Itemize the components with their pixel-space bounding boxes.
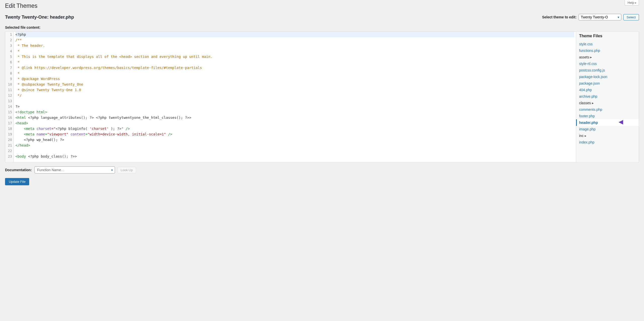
line-number: 11 bbox=[7, 87, 12, 93]
file-heading: Twenty Twenty-One: header.php bbox=[5, 15, 542, 20]
theme-file-item[interactable]: index.php bbox=[576, 139, 639, 146]
code-line[interactable]: * @package WordPress bbox=[15, 76, 574, 82]
theme-select[interactable]: Twenty Twenty-O bbox=[579, 14, 621, 20]
code-line[interactable]: <?php wp_head(); ?> bbox=[15, 137, 574, 142]
theme-file-item[interactable]: comments.php bbox=[576, 106, 639, 113]
line-number: 16 bbox=[7, 115, 12, 120]
line-number: 2 bbox=[7, 37, 12, 43]
line-number: 20 bbox=[7, 137, 12, 142]
line-number: 18 bbox=[7, 126, 12, 131]
line-number: 12 bbox=[7, 93, 12, 98]
theme-file-link[interactable]: 404.php bbox=[579, 88, 592, 92]
code-line[interactable]: * bbox=[15, 59, 574, 65]
theme-file-link[interactable]: package.json bbox=[579, 81, 600, 85]
theme-file-item[interactable]: assets bbox=[576, 54, 639, 60]
line-number: 7 bbox=[7, 65, 12, 70]
line-number: 9 bbox=[7, 76, 12, 82]
theme-file-link[interactable]: assets bbox=[579, 55, 589, 59]
code-line[interactable]: </head> bbox=[15, 142, 574, 148]
update-file-button[interactable]: Update File bbox=[5, 178, 29, 185]
theme-file-item[interactable]: image.php bbox=[576, 126, 639, 132]
code-editor[interactable]: 1234567891011121314151617181920212223 <?… bbox=[5, 31, 576, 162]
theme-file-link[interactable]: package-lock.json bbox=[579, 75, 607, 79]
code-line[interactable]: * @since Twenty Twenty-One 1.0 bbox=[15, 87, 574, 93]
line-number: 17 bbox=[7, 120, 12, 126]
line-number: 19 bbox=[7, 131, 12, 137]
code-line[interactable]: ?> bbox=[15, 104, 574, 109]
theme-file-link[interactable]: style-rtl.css bbox=[579, 62, 597, 66]
line-number: 23 bbox=[7, 154, 12, 159]
code-line[interactable]: * bbox=[15, 70, 574, 76]
theme-file-item[interactable]: package.json bbox=[576, 80, 639, 87]
page-title: Edit Themes bbox=[5, 3, 639, 9]
line-number: 5 bbox=[7, 54, 12, 59]
code-line[interactable]: <?php bbox=[15, 32, 574, 37]
theme-file-item[interactable]: archive.php bbox=[576, 93, 639, 100]
select-theme-button[interactable]: Select bbox=[623, 14, 639, 20]
theme-file-item[interactable]: footer.php bbox=[576, 113, 639, 119]
theme-file-item[interactable]: package-lock.json bbox=[576, 74, 639, 80]
theme-file-item[interactable]: style.css bbox=[576, 41, 639, 47]
theme-file-link[interactable]: index.php bbox=[579, 140, 594, 144]
code-line[interactable]: <meta charset="<?php bloginfo( 'charset'… bbox=[15, 126, 574, 131]
selected-file-label: Selected file content: bbox=[5, 25, 639, 29]
theme-file-link[interactable]: archive.php bbox=[579, 94, 597, 98]
line-number: 6 bbox=[7, 59, 12, 65]
line-number: 10 bbox=[7, 82, 12, 87]
documentation-label: Documentation: bbox=[5, 168, 32, 172]
line-number: 1 bbox=[7, 32, 12, 37]
code-line[interactable]: * The header. bbox=[15, 43, 574, 48]
theme-files-heading: Theme Files bbox=[576, 32, 639, 41]
line-number: 3 bbox=[7, 43, 12, 48]
code-line[interactable]: /** bbox=[15, 37, 574, 43]
line-number: 14 bbox=[7, 104, 12, 109]
theme-file-link[interactable]: functions.php bbox=[579, 49, 600, 53]
code-line[interactable]: * @link https://developer.wordpress.org/… bbox=[15, 65, 574, 70]
code-line[interactable]: * This is the template that displays all… bbox=[15, 54, 574, 59]
code-line[interactable] bbox=[15, 148, 574, 154]
pointer-arrow-icon bbox=[619, 120, 636, 126]
theme-file-item[interactable]: functions.php bbox=[576, 47, 639, 54]
theme-files-sidebar: Theme Files style.cssfunctions.phpassets… bbox=[576, 31, 639, 162]
theme-file-link[interactable]: header.php bbox=[579, 121, 598, 125]
lookup-button[interactable]: Look Up bbox=[117, 167, 136, 173]
theme-select-label: Select theme to edit: bbox=[542, 15, 577, 19]
line-number: 15 bbox=[7, 109, 12, 115]
documentation-select[interactable]: Function Name… bbox=[34, 166, 115, 173]
line-number: 13 bbox=[7, 98, 12, 104]
theme-file-item[interactable]: style-rtl.css bbox=[576, 60, 639, 67]
code-line[interactable]: <head> bbox=[15, 120, 574, 126]
code-line[interactable]: <meta name="viewport" content="width=dev… bbox=[15, 131, 574, 137]
line-number: 4 bbox=[7, 48, 12, 54]
theme-file-link[interactable]: comments.php bbox=[579, 108, 602, 112]
line-number: 8 bbox=[7, 70, 12, 76]
code-line[interactable]: <!doctype html> bbox=[15, 109, 574, 115]
line-number: 22 bbox=[7, 148, 12, 154]
code-line[interactable] bbox=[15, 98, 574, 104]
code-line[interactable]: */ bbox=[15, 93, 574, 98]
theme-file-item[interactable]: 404.php bbox=[576, 87, 639, 93]
code-line[interactable]: * bbox=[15, 48, 574, 54]
theme-file-item[interactable]: header.php bbox=[576, 119, 639, 126]
theme-file-link[interactable]: footer.php bbox=[579, 114, 595, 118]
code-line[interactable]: <body <?php body_class(); ?>> bbox=[15, 154, 574, 159]
code-line[interactable]: <html <?php language_attributes(); ?> <?… bbox=[15, 115, 574, 120]
theme-file-link[interactable]: classes bbox=[579, 101, 591, 105]
theme-file-link[interactable]: postcss.config.js bbox=[579, 68, 605, 72]
theme-file-link[interactable]: inc bbox=[579, 134, 584, 138]
code-line[interactable]: * @subpackage Twenty_Twenty_One bbox=[15, 82, 574, 87]
theme-file-item[interactable]: classes bbox=[576, 100, 639, 106]
line-number: 21 bbox=[7, 142, 12, 148]
theme-file-item[interactable]: inc bbox=[576, 132, 639, 139]
theme-file-item[interactable]: postcss.config.js bbox=[576, 67, 639, 74]
theme-file-link[interactable]: style.css bbox=[579, 42, 593, 46]
help-tab-button[interactable]: Help bbox=[625, 0, 639, 6]
theme-file-link[interactable]: image.php bbox=[579, 127, 595, 131]
